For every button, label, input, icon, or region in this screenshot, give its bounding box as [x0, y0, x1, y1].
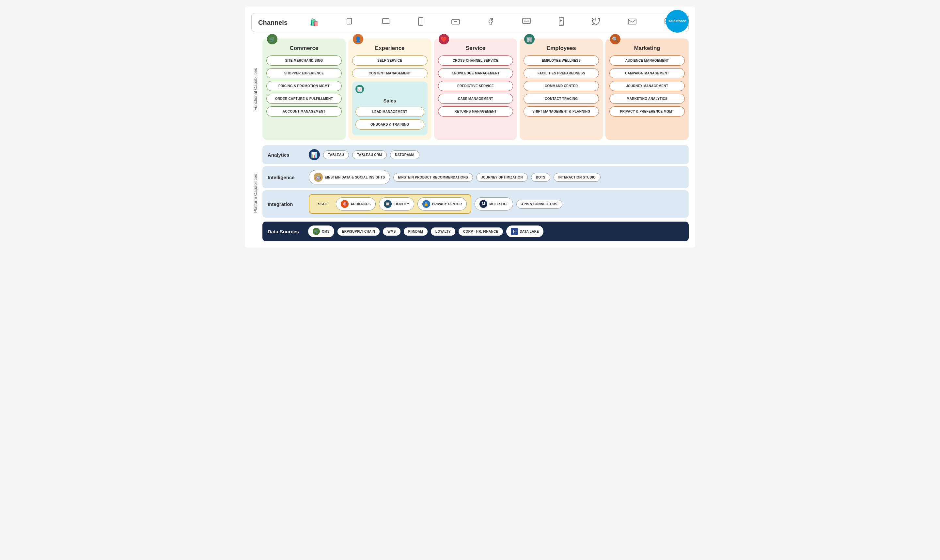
platform-wrapper: Platform Capabilities Analytics 📊 TABLEA…	[251, 145, 689, 241]
employees-title: Employees	[523, 45, 599, 52]
channel-icon-pager	[451, 18, 460, 27]
channel-icon-twitter	[592, 18, 600, 27]
analytics-pills: 📊 TABLEAU TABLEAU CRM DATORAMA	[309, 149, 419, 160]
einstein-icon: 🤖	[314, 172, 323, 182]
channel-icon-tablet	[346, 18, 354, 28]
pill-returns-management: RETURNS MANAGEMENT	[438, 106, 514, 117]
pill-apis-connectors: APIs & CONNECTORS	[516, 200, 562, 209]
pill-loyalty: LOYALTY	[431, 228, 455, 235]
main-container: salesforce Channels 🛍️ SMS	[245, 6, 695, 248]
pill-facilities: FACILITIES PREPAREDNESS	[523, 68, 599, 78]
pill-marketing-analytics: MARKETING ANALYTICS	[609, 94, 685, 104]
pill-knowledge-mgmt: KNOWLEDGE MANAGEMENT	[438, 68, 514, 78]
pill-einstein-product: EINSTEIN PRODUCT RECOMMENDATIONS	[393, 173, 473, 182]
channel-icons-container: 🛍️ SMS	[301, 17, 682, 28]
pill-privacy-center: 🔒 PRIVACY CENTER	[417, 197, 467, 211]
pill-content-management: CONTENT MANAGEMENT	[352, 68, 428, 78]
data-sources-row: Data Sources 🛒 OMS ERP/SUPPLY CHAIN WMS …	[262, 222, 689, 241]
channel-icon-phone	[418, 17, 424, 28]
commerce-title: Commerce	[266, 45, 342, 52]
pill-order-capture: ORDER CAPTURE & FULFILLMENT	[266, 94, 342, 104]
svg-rect-2	[383, 18, 389, 23]
pill-pim: PIM/DAM	[404, 228, 428, 235]
service-title: Service	[438, 45, 514, 52]
functional-label: Functional Capabilities	[251, 38, 259, 140]
svg-rect-5	[452, 20, 460, 24]
pill-audience-mgmt: AUDIENCE MANAGEMENT	[609, 55, 685, 66]
data-lake-icon: H	[511, 228, 518, 235]
mulesoft-icon: M	[480, 200, 487, 208]
sales-title: Sales	[355, 98, 424, 103]
service-column: ❤️ Service CROSS-CHANNEL SERVICE KNOWLED…	[434, 38, 517, 140]
channel-icon-facebook	[487, 18, 494, 28]
pill-oms: 🛒 OMS	[308, 226, 334, 237]
pill-mulesoft: M MULESOFT	[475, 197, 513, 211]
marketing-title: Marketing	[609, 45, 685, 52]
platform-label: Platform Capabilities	[251, 145, 259, 241]
intelligence-label: Intelligence	[268, 175, 303, 180]
pill-identity: 🔲 IDENTITY	[379, 197, 414, 211]
pill-datorama: DATORAMA	[390, 151, 419, 159]
channel-icon-email	[628, 18, 637, 27]
svg-text:SMS: SMS	[524, 20, 529, 23]
channel-icon-stylus	[558, 17, 564, 28]
integration-pills: SSOT 🎯 AUDIENCES 🔲 IDENTITY 🔒 PRIVACY CE…	[309, 194, 562, 214]
data-sources-label: Data Sources	[268, 229, 303, 234]
pill-data-lake: H DATA LAKE	[506, 226, 544, 237]
logo-text: salesforce	[668, 19, 686, 23]
data-source-pills: 🛒 OMS ERP/SUPPLY CHAIN WMS PIM/DAM LOYAL…	[308, 226, 543, 237]
analytics-row: Analytics 📊 TABLEAU TABLEAU CRM DATORAMA	[262, 145, 689, 164]
channels-label: Channels	[258, 19, 291, 26]
pill-bots: BOTS	[531, 173, 550, 182]
pill-journey-opt: JOURNEY OPTIMIZATION	[476, 173, 528, 182]
identity-icon: 🔲	[384, 200, 392, 208]
pill-shopper-experience: SHOPPER EXPERIENCE	[266, 68, 342, 78]
analytics-icon: 📊	[309, 149, 320, 160]
pill-contact-tracing: CONTACT TRACING	[523, 94, 599, 104]
pill-lead-management: LEAD MANAGEMENT	[355, 107, 424, 117]
integration-highlight: SSOT 🎯 AUDIENCES 🔲 IDENTITY 🔒 PRIVACY CE…	[309, 194, 471, 214]
pill-cross-channel: CROSS-CHANNEL SERVICE	[438, 55, 514, 66]
pill-pricing-promotion: PRICING & PROMOTION MGMT	[266, 81, 342, 91]
audiences-icon: 🎯	[341, 200, 349, 208]
pill-interaction-studio: INTERACTION STUDIO	[554, 173, 600, 182]
pill-wms: WMS	[383, 228, 400, 235]
functional-wrapper: Functional Capabilities 🛒 Commerce SITE …	[251, 38, 689, 140]
pill-site-merchandising: SITE MERCHANDISING	[266, 55, 342, 66]
channel-icon-laptop	[381, 18, 390, 27]
experience-title: Experience	[352, 45, 428, 52]
pill-onboard-training: ONBOARD & TRAINING	[355, 120, 424, 129]
service-icon: ❤️	[438, 34, 449, 45]
sales-icon: 📈	[355, 85, 364, 93]
pill-command-center: COMMAND CENTER	[523, 81, 599, 91]
integration-row: Integration SSOT 🎯 AUDIENCES 🔲 IDENTITY	[262, 190, 689, 218]
pill-privacy-pref: PRIVACY & PREFERENCE MGMT	[609, 106, 685, 117]
pill-employee-wellness: EMPLOYEE WELLNESS	[523, 55, 599, 66]
privacy-icon: 🔒	[422, 200, 430, 208]
marketing-column: 🔍 Marketing AUDIENCE MANAGEMENT CAMPAIGN…	[605, 38, 689, 140]
pill-tableau: TABLEAU	[323, 151, 349, 159]
commerce-icon: 🛒	[267, 34, 277, 45]
pill-journey-mgmt: JOURNEY MANAGEMENT	[609, 81, 685, 91]
intelligence-pills: 🤖 EINSTEIN DATA & SOCIAL INSIGHTS EINSTE…	[309, 170, 600, 185]
pill-predictive-service: PREDICTIVE SERVICE	[438, 81, 514, 91]
salesforce-logo: salesforce	[666, 10, 689, 32]
pill-erp: ERP/SUPPLY CHAIN	[337, 228, 380, 235]
experience-icon: 👤	[353, 34, 363, 45]
analytics-label: Analytics	[268, 152, 303, 158]
pill-shift-management: SHIFT MANAGEMENT & PLANNING	[523, 106, 599, 117]
platform-cols: Analytics 📊 TABLEAU TABLEAU CRM DATORAMA…	[262, 145, 689, 241]
pill-campaign-mgmt: CAMPAIGN MANAGEMENT	[609, 68, 685, 78]
channel-icon-sms: SMS	[522, 18, 531, 28]
pill-einstein-icon: 🤖 EINSTEIN DATA & SOCIAL INSIGHTS	[309, 170, 390, 185]
pill-corp-hr: CORP - HR, FINANCE	[458, 228, 503, 235]
pill-case-management: CASE MANAGEMENT	[438, 94, 514, 104]
pill-ssot: SSOT	[313, 200, 332, 208]
employees-column: 🏢 Employees EMPLOYEE WELLNESS FACILITIES…	[520, 38, 603, 140]
intelligence-row: Intelligence 🤖 EINSTEIN DATA & SOCIAL IN…	[262, 166, 689, 188]
svg-rect-11	[628, 19, 636, 24]
commerce-column: 🛒 Commerce SITE MERCHANDISING SHOPPER EX…	[262, 38, 346, 140]
integration-label: Integration	[268, 202, 303, 207]
pill-audiences: 🎯 AUDIENCES	[336, 197, 376, 211]
sales-subsection: 📈 Sales LEAD MANAGEMENT ONBOARD & TRAINI…	[352, 82, 428, 135]
